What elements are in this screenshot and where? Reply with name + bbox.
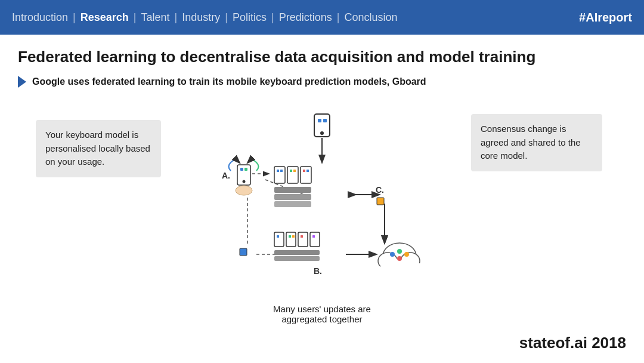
svg-rect-43 — [274, 250, 320, 255]
svg-rect-42 — [312, 235, 315, 238]
svg-rect-24 — [293, 170, 296, 172]
svg-point-54 — [397, 256, 402, 261]
callout-bottom: Many users' updates are aggregated toget… — [250, 304, 394, 324]
svg-rect-16 — [244, 168, 247, 171]
svg-rect-41 — [310, 232, 320, 247]
svg-rect-26 — [303, 170, 305, 172]
nav-introduction[interactable]: Introduction — [12, 11, 68, 24]
svg-point-51 — [390, 252, 395, 257]
svg-rect-32 — [377, 198, 384, 205]
svg-rect-19 — [274, 167, 285, 183]
nav-sep-5: | — [271, 11, 274, 24]
svg-rect-21 — [280, 170, 283, 172]
svg-rect-11 — [323, 119, 327, 122]
nav-research[interactable]: Research — [80, 11, 129, 24]
diagram-area: Your keyboard model is personalised loca… — [18, 102, 626, 329]
svg-rect-50 — [380, 263, 421, 270]
svg-rect-39 — [298, 232, 308, 247]
footer-brand: stateof.ai 2018 — [519, 334, 626, 352]
subtitle-row: Google uses federated learning to train … — [18, 76, 626, 88]
svg-rect-15 — [240, 168, 243, 171]
svg-rect-29 — [274, 194, 311, 200]
svg-rect-35 — [277, 235, 279, 238]
svg-rect-38 — [292, 235, 295, 238]
svg-rect-22 — [287, 167, 298, 183]
svg-rect-44 — [274, 256, 320, 261]
header: Introduction | Research | Talent | Indus… — [0, 0, 644, 35]
svg-rect-23 — [290, 170, 292, 172]
svg-rect-40 — [301, 235, 303, 238]
navigation: Introduction | Research | Talent | Indus… — [12, 11, 397, 24]
federated-learning-diagram: A. C. — [197, 102, 447, 305]
svg-rect-27 — [306, 170, 309, 172]
nav-talent[interactable]: Talent — [141, 11, 170, 24]
svg-rect-28 — [274, 187, 311, 193]
nav-sep-4: | — [225, 11, 228, 24]
nav-sep-2: | — [134, 11, 137, 24]
main-content: Federated learning to decentralise data … — [0, 35, 644, 339]
nav-politics[interactable]: Politics — [233, 11, 267, 24]
svg-point-53 — [404, 252, 409, 257]
nav-sep-1: | — [73, 11, 76, 24]
nav-sep-3: | — [175, 11, 178, 24]
svg-text:C.: C. — [376, 185, 384, 195]
svg-rect-34 — [274, 232, 284, 247]
svg-rect-37 — [289, 235, 291, 238]
nav-industry[interactable]: Industry — [182, 11, 220, 24]
svg-text:B.: B. — [314, 266, 322, 276]
callout-right: Consensus change is agreed and shared to… — [471, 114, 602, 171]
callout-left: Your keyboard model is personalised loca… — [36, 120, 161, 177]
svg-rect-10 — [318, 119, 321, 122]
svg-rect-33 — [240, 248, 247, 256]
subtitle-text: Google uses federated learning to train … — [32, 76, 426, 87]
svg-point-13 — [243, 180, 246, 183]
svg-point-14 — [236, 186, 252, 195]
page-title: Federated learning to decentralise data … — [18, 48, 626, 66]
svg-rect-20 — [277, 170, 279, 172]
svg-rect-30 — [274, 201, 311, 207]
hashtag-label: #AIreport — [579, 11, 632, 24]
svg-rect-25 — [301, 167, 311, 183]
svg-text:A.: A. — [222, 171, 230, 180]
svg-point-52 — [397, 249, 402, 254]
triangle-icon — [18, 76, 26, 88]
nav-sep-6: | — [337, 11, 340, 24]
svg-rect-36 — [286, 232, 296, 247]
nav-conclusion[interactable]: Conclusion — [344, 11, 397, 24]
svg-point-9 — [320, 131, 324, 135]
callout-bottom-text: Many users' updates are aggregated toget… — [273, 304, 371, 324]
nav-predictions[interactable]: Predictions — [279, 11, 332, 24]
